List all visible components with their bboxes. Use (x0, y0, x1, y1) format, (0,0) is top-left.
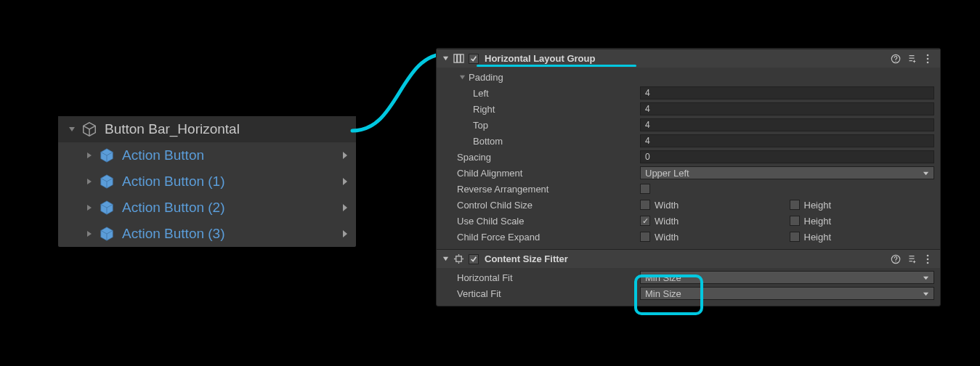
hierarchy-item-label: Action Button (2) (122, 200, 334, 216)
hierarchy-item-child[interactable]: Action Button (2) (58, 195, 356, 221)
component-enabled-checkbox[interactable] (469, 254, 479, 264)
fold-toggle-icon[interactable] (457, 74, 467, 81)
open-prefab-icon[interactable] (334, 177, 356, 186)
hierarchy-item-label: Action Button (3) (122, 226, 334, 242)
prefab-icon (99, 174, 115, 190)
kebab-menu-icon[interactable] (921, 52, 934, 65)
svg-point-4 (895, 60, 896, 61)
chevron-down-icon (923, 272, 929, 283)
component-enabled-checkbox[interactable] (469, 54, 479, 64)
chevron-down-icon (923, 288, 929, 299)
hierarchy-item-label: Button Bar_Horizontal (105, 121, 356, 137)
preset-icon[interactable] (905, 253, 918, 266)
child-alignment-label: Child Alignment (442, 168, 640, 179)
component-title: Horizontal Layout Group (485, 53, 886, 64)
control-child-width-checkbox[interactable] (640, 200, 650, 210)
hierarchy-item-child[interactable]: Action Button (3) (58, 221, 356, 247)
height-label: Height (804, 232, 832, 243)
use-child-scale-label: Use Child Scale (442, 216, 640, 227)
hierarchy-item-child[interactable]: Action Button (58, 142, 356, 168)
width-label: Width (655, 232, 679, 243)
height-label: Height (804, 216, 832, 227)
padding-right-label: Right (442, 104, 640, 115)
padding-right-input[interactable] (640, 102, 934, 115)
svg-rect-8 (455, 256, 461, 262)
open-prefab-icon[interactable] (334, 229, 356, 238)
expand-toggle-icon[interactable] (84, 203, 94, 213)
padding-left-label: Left (442, 88, 640, 99)
padding-bottom-label: Bottom (442, 136, 640, 147)
spacing-label: Spacing (442, 152, 640, 163)
open-prefab-icon[interactable] (334, 203, 356, 212)
padding-top-label: Top (442, 120, 640, 131)
svg-point-5 (927, 54, 929, 56)
open-prefab-icon[interactable] (334, 151, 356, 160)
padding-bottom-input[interactable] (640, 134, 934, 147)
padding-header[interactable]: Padding (442, 72, 640, 83)
svg-point-12 (927, 258, 929, 260)
horizontal-fit-dropdown[interactable]: Min Size (640, 271, 934, 284)
chevron-down-icon (923, 168, 929, 179)
layout-group-body: Padding Left Right Top Bottom Spacing Ch… (437, 68, 940, 249)
padding-top-input[interactable] (640, 118, 934, 131)
component-header-content-size-fitter[interactable]: Content Size Fitter (437, 249, 940, 268)
use-child-scale-height-checkbox[interactable] (790, 216, 800, 226)
kebab-menu-icon[interactable] (921, 253, 934, 266)
annotation-connector (349, 45, 450, 139)
gameobject-icon (81, 121, 97, 137)
child-force-expand-width-checkbox[interactable] (640, 232, 650, 242)
hierarchy-panel: Button Bar_Horizontal Action Button Acti… (58, 116, 356, 247)
hierarchy-item-label: Action Button (122, 147, 334, 163)
annotation-underline (477, 65, 636, 67)
child-alignment-dropdown[interactable]: Upper Left (640, 166, 934, 179)
prefab-icon (99, 226, 115, 242)
svg-point-13 (927, 261, 929, 264)
svg-point-6 (927, 57, 929, 60)
help-icon[interactable] (889, 52, 902, 65)
reverse-arrangement-label: Reverse Arrangement (442, 184, 640, 195)
svg-rect-0 (453, 54, 456, 62)
child-force-expand-height-checkbox[interactable] (790, 232, 800, 242)
svg-rect-2 (461, 54, 463, 62)
preset-icon[interactable] (905, 52, 918, 65)
svg-point-7 (927, 61, 929, 63)
content-size-fitter-body: Horizontal Fit Min Size Vertical Fit Min… (437, 268, 940, 306)
fold-toggle-icon[interactable] (441, 256, 450, 262)
layout-group-icon (453, 53, 464, 65)
expand-toggle-icon[interactable] (84, 176, 94, 187)
horizontal-fit-label: Horizontal Fit (442, 272, 640, 283)
content-size-fitter-icon (453, 253, 464, 265)
control-child-size-label: Control Child Size (442, 200, 640, 211)
expand-toggle-icon[interactable] (84, 229, 94, 239)
hierarchy-item-label: Action Button (1) (122, 174, 334, 190)
hierarchy-item-root[interactable]: Button Bar_Horizontal (58, 116, 356, 142)
child-force-expand-label: Child Force Expand (442, 232, 640, 243)
control-child-height-checkbox[interactable] (790, 200, 800, 210)
svg-point-11 (927, 254, 929, 256)
width-label: Width (655, 216, 679, 227)
fold-toggle-icon[interactable] (441, 55, 450, 62)
vertical-fit-dropdown[interactable]: Min Size (640, 287, 934, 300)
reverse-arrangement-checkbox[interactable] (640, 184, 650, 194)
expand-toggle-icon[interactable] (84, 150, 94, 160)
svg-rect-1 (457, 54, 460, 62)
svg-point-10 (895, 261, 896, 261)
prefab-icon (99, 200, 115, 216)
width-label: Width (655, 200, 679, 211)
padding-left-input[interactable] (640, 86, 934, 99)
help-icon[interactable] (889, 253, 902, 266)
prefab-icon (99, 147, 115, 163)
height-label: Height (804, 200, 832, 211)
component-title: Content Size Fitter (485, 253, 886, 264)
hierarchy-item-child[interactable]: Action Button (1) (58, 168, 356, 195)
inspector-panel: Horizontal Layout Group Padding Left Rig… (436, 48, 941, 306)
spacing-input[interactable] (640, 150, 934, 163)
use-child-scale-width-checkbox[interactable] (640, 216, 650, 226)
vertical-fit-label: Vertical Fit (442, 288, 640, 299)
expand-toggle-icon[interactable] (67, 124, 77, 134)
